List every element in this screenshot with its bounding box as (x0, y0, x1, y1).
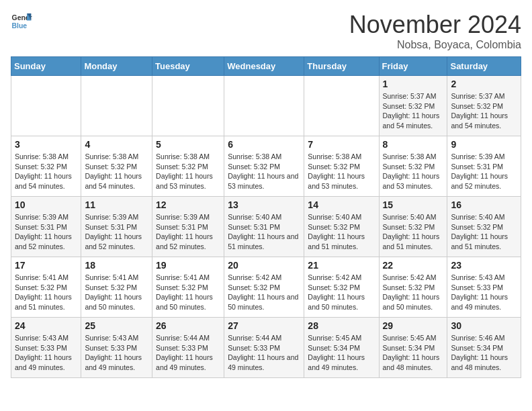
weekday-header: Thursday (304, 57, 379, 76)
day-info: Sunrise: 5:40 AM Sunset: 5:32 PM Dayligh… (451, 212, 517, 252)
day-number: 23 (451, 260, 517, 271)
day-info: Sunrise: 5:44 AM Sunset: 5:33 PM Dayligh… (156, 333, 220, 373)
weekday-header: Tuesday (152, 57, 224, 76)
day-number: 16 (451, 199, 517, 210)
location-title: Nobsa, Boyaca, Colombia (349, 39, 521, 51)
day-number: 17 (15, 260, 77, 271)
day-info: Sunrise: 5:45 AM Sunset: 5:34 PM Dayligh… (383, 333, 444, 373)
calendar-cell: 29Sunrise: 5:45 AM Sunset: 5:34 PM Dayli… (379, 318, 447, 378)
calendar-cell: 21Sunrise: 5:42 AM Sunset: 5:32 PM Dayli… (304, 257, 379, 318)
calendar-cell: 1Sunrise: 5:37 AM Sunset: 5:32 PM Daylig… (379, 76, 447, 136)
day-number: 2 (451, 79, 517, 89)
calendar-week-row: 24Sunrise: 5:43 AM Sunset: 5:33 PM Dayli… (11, 318, 521, 378)
weekday-header-row: SundayMondayTuesdayWednesdayThursdayFrid… (11, 57, 521, 76)
calendar-cell (81, 76, 152, 136)
calendar-cell: 28Sunrise: 5:45 AM Sunset: 5:34 PM Dayli… (304, 318, 379, 378)
calendar-week-row: 17Sunrise: 5:41 AM Sunset: 5:32 PM Dayli… (11, 257, 521, 318)
day-number: 29 (383, 320, 444, 331)
day-number: 20 (228, 260, 300, 271)
calendar-cell: 22Sunrise: 5:42 AM Sunset: 5:32 PM Dayli… (379, 257, 447, 318)
day-info: Sunrise: 5:42 AM Sunset: 5:32 PM Dayligh… (308, 273, 375, 312)
day-info: Sunrise: 5:38 AM Sunset: 5:32 PM Dayligh… (228, 152, 300, 191)
day-info: Sunrise: 5:41 AM Sunset: 5:32 PM Dayligh… (156, 273, 220, 312)
day-info: Sunrise: 5:37 AM Sunset: 5:32 PM Dayligh… (451, 91, 517, 131)
day-info: Sunrise: 5:40 AM Sunset: 5:32 PM Dayligh… (308, 212, 375, 252)
day-info: Sunrise: 5:42 AM Sunset: 5:32 PM Dayligh… (383, 273, 444, 312)
day-number: 7 (308, 139, 375, 150)
calendar-cell: 11Sunrise: 5:39 AM Sunset: 5:31 PM Dayli… (81, 197, 152, 257)
calendar-week-row: 3Sunrise: 5:38 AM Sunset: 5:32 PM Daylig… (11, 136, 521, 197)
day-number: 8 (383, 139, 444, 150)
calendar-cell: 20Sunrise: 5:42 AM Sunset: 5:32 PM Dayli… (224, 257, 304, 318)
day-number: 19 (156, 260, 220, 271)
calendar-cell: 18Sunrise: 5:41 AM Sunset: 5:32 PM Dayli… (81, 257, 152, 318)
day-number: 27 (228, 320, 300, 331)
day-number: 1 (383, 79, 444, 89)
calendar-header: SundayMondayTuesdayWednesdayThursdayFrid… (11, 57, 521, 76)
calendar-cell: 13Sunrise: 5:40 AM Sunset: 5:31 PM Dayli… (224, 197, 304, 257)
weekday-header: Sunday (11, 57, 81, 76)
day-info: Sunrise: 5:37 AM Sunset: 5:32 PM Dayligh… (383, 91, 444, 131)
calendar-cell: 16Sunrise: 5:40 AM Sunset: 5:32 PM Dayli… (447, 197, 521, 257)
calendar-cell: 6Sunrise: 5:38 AM Sunset: 5:32 PM Daylig… (224, 136, 304, 197)
day-info: Sunrise: 5:38 AM Sunset: 5:32 PM Dayligh… (85, 152, 148, 191)
calendar-cell (224, 76, 304, 136)
calendar-cell: 3Sunrise: 5:38 AM Sunset: 5:32 PM Daylig… (11, 136, 81, 197)
calendar-cell: 24Sunrise: 5:43 AM Sunset: 5:33 PM Dayli… (11, 318, 81, 378)
calendar-cell: 14Sunrise: 5:40 AM Sunset: 5:32 PM Dayli… (304, 197, 379, 257)
day-info: Sunrise: 5:41 AM Sunset: 5:32 PM Dayligh… (15, 273, 77, 312)
day-number: 30 (451, 320, 517, 331)
day-number: 6 (228, 139, 300, 150)
day-number: 28 (308, 320, 375, 331)
day-info: Sunrise: 5:43 AM Sunset: 5:33 PM Dayligh… (451, 273, 517, 312)
calendar-cell: 5Sunrise: 5:38 AM Sunset: 5:32 PM Daylig… (152, 136, 224, 197)
day-number: 9 (451, 139, 517, 150)
calendar-cell: 19Sunrise: 5:41 AM Sunset: 5:32 PM Dayli… (152, 257, 224, 318)
title-block: November 2024 Nobsa, Boyaca, Colombia (349, 11, 521, 51)
day-number: 5 (156, 139, 220, 150)
calendar-week-row: 10Sunrise: 5:39 AM Sunset: 5:31 PM Dayli… (11, 197, 521, 257)
day-number: 18 (85, 260, 148, 271)
day-number: 13 (228, 199, 300, 210)
day-info: Sunrise: 5:40 AM Sunset: 5:32 PM Dayligh… (383, 212, 444, 252)
calendar-cell: 7Sunrise: 5:38 AM Sunset: 5:32 PM Daylig… (304, 136, 379, 197)
calendar-week-row: 1Sunrise: 5:37 AM Sunset: 5:32 PM Daylig… (11, 76, 521, 136)
calendar-cell: 27Sunrise: 5:44 AM Sunset: 5:33 PM Dayli… (224, 318, 304, 378)
calendar-cell: 15Sunrise: 5:40 AM Sunset: 5:32 PM Dayli… (379, 197, 447, 257)
weekday-header: Saturday (447, 57, 521, 76)
calendar-cell: 23Sunrise: 5:43 AM Sunset: 5:33 PM Dayli… (447, 257, 521, 318)
day-number: 3 (15, 139, 77, 150)
day-number: 24 (15, 320, 77, 331)
day-info: Sunrise: 5:38 AM Sunset: 5:32 PM Dayligh… (308, 152, 375, 191)
day-number: 26 (156, 320, 220, 331)
calendar-cell: 25Sunrise: 5:43 AM Sunset: 5:33 PM Dayli… (81, 318, 152, 378)
day-info: Sunrise: 5:38 AM Sunset: 5:32 PM Dayligh… (383, 152, 444, 191)
day-info: Sunrise: 5:39 AM Sunset: 5:31 PM Dayligh… (156, 212, 220, 252)
svg-text:Blue: Blue (12, 22, 28, 30)
calendar-cell: 4Sunrise: 5:38 AM Sunset: 5:32 PM Daylig… (81, 136, 152, 197)
day-number: 21 (308, 260, 375, 271)
day-number: 25 (85, 320, 148, 331)
day-info: Sunrise: 5:39 AM Sunset: 5:31 PM Dayligh… (451, 152, 517, 191)
day-number: 14 (308, 199, 375, 210)
day-info: Sunrise: 5:43 AM Sunset: 5:33 PM Dayligh… (85, 333, 148, 373)
calendar-cell: 2Sunrise: 5:37 AM Sunset: 5:32 PM Daylig… (447, 76, 521, 136)
calendar-cell: 10Sunrise: 5:39 AM Sunset: 5:31 PM Dayli… (11, 197, 81, 257)
day-number: 4 (85, 139, 148, 150)
page-header: General Blue November 2024 Nobsa, Boyaca… (11, 11, 521, 51)
calendar-cell: 26Sunrise: 5:44 AM Sunset: 5:33 PM Dayli… (152, 318, 224, 378)
calendar-cell (304, 76, 379, 136)
day-info: Sunrise: 5:46 AM Sunset: 5:34 PM Dayligh… (451, 333, 517, 373)
day-info: Sunrise: 5:40 AM Sunset: 5:31 PM Dayligh… (228, 212, 300, 252)
day-info: Sunrise: 5:39 AM Sunset: 5:31 PM Dayligh… (15, 212, 77, 252)
month-title: November 2024 (349, 11, 521, 39)
calendar-cell: 30Sunrise: 5:46 AM Sunset: 5:34 PM Dayli… (447, 318, 521, 378)
day-info: Sunrise: 5:39 AM Sunset: 5:31 PM Dayligh… (85, 212, 148, 252)
weekday-header: Wednesday (224, 57, 304, 76)
day-info: Sunrise: 5:43 AM Sunset: 5:33 PM Dayligh… (15, 333, 77, 373)
day-info: Sunrise: 5:38 AM Sunset: 5:32 PM Dayligh… (15, 152, 77, 191)
day-number: 11 (85, 199, 148, 210)
day-info: Sunrise: 5:44 AM Sunset: 5:33 PM Dayligh… (228, 333, 300, 373)
calendar-body: 1Sunrise: 5:37 AM Sunset: 5:32 PM Daylig… (11, 76, 521, 378)
calendar-table: SundayMondayTuesdayWednesdayThursdayFrid… (11, 56, 521, 378)
